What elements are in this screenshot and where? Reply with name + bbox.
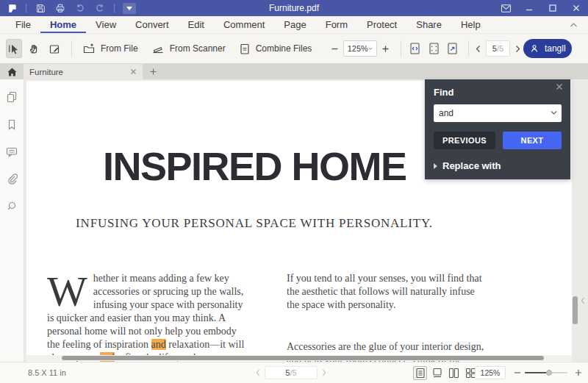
next-page-button[interactable] [513, 40, 523, 57]
bookmarks-panel-button[interactable] [4, 117, 19, 132]
comments-panel-button[interactable] [4, 144, 19, 159]
collapse-ribbon-icon[interactable] [570, 16, 578, 33]
menubar: File Home View Convert Edit Comment Page… [0, 16, 588, 34]
home-tab-button[interactable] [0, 64, 24, 79]
fit-page-button[interactable] [426, 39, 442, 58]
scanner-icon [151, 43, 165, 54]
paperclip-icon [6, 173, 18, 185]
zoom-slider-fill [525, 372, 548, 373]
hand-tool-button[interactable] [26, 39, 43, 58]
combine-files-button[interactable]: Combine Files [239, 43, 312, 55]
menu-share[interactable]: Share [406, 16, 451, 33]
close-window-icon[interactable] [570, 2, 582, 14]
window-controls [500, 2, 582, 14]
statusbar-zoom-value[interactable]: 125% [475, 366, 506, 379]
bookmark-icon [6, 118, 18, 131]
from-scanner-label: From Scanner [170, 43, 226, 54]
vertical-scrollbar-thumb[interactable] [573, 296, 578, 324]
thumbnails-panel-button[interactable] [4, 90, 19, 104]
menu-view[interactable]: View [86, 16, 126, 33]
from-scanner-button[interactable]: From Scanner [151, 43, 226, 54]
paragraph-text: relaxation—it will [166, 339, 245, 350]
from-file-button[interactable]: From File [82, 43, 138, 54]
fit-page-icon [428, 42, 440, 55]
actual-size-button[interactable] [445, 39, 461, 58]
right-panel-collapse-handle[interactable] [579, 294, 587, 307]
from-file-label: From File [101, 43, 138, 54]
zoom-slider-handle[interactable] [546, 370, 552, 376]
mail-icon[interactable] [500, 2, 512, 14]
page-thumbnails-icon [5, 90, 18, 104]
menu-convert[interactable]: Convert [126, 16, 179, 33]
chevron-left-icon[interactable] [256, 369, 260, 376]
two-page-view-button[interactable] [447, 366, 461, 380]
page-dimensions-label: 8.5 X 11 in [28, 368, 66, 377]
page-number-input[interactable]: 5/5 [486, 40, 511, 57]
menu-file[interactable]: File [6, 16, 40, 33]
find-history-chevron-icon[interactable] [551, 110, 557, 115]
chevron-left-icon [581, 297, 585, 304]
menu-comment[interactable]: Comment [214, 16, 274, 33]
previous-match-button[interactable]: PREVIOUS [434, 132, 495, 149]
expand-triangle-icon [434, 163, 437, 169]
minimize-icon[interactable] [523, 2, 535, 14]
left-text-column: Whether it means adding a few key access… [47, 272, 284, 362]
horizontal-scrollbar-thumb[interactable] [62, 356, 544, 360]
single-page-view-button[interactable] [413, 366, 427, 380]
account-button[interactable]: tangll [523, 39, 572, 58]
pdf-editor-window: Furniture.pdf File Home View Convert Edi… [0, 0, 588, 383]
replace-with-expander[interactable]: Replace with [434, 160, 562, 171]
next-match-button[interactable]: NEXT [503, 132, 562, 149]
find-input[interactable] [434, 104, 562, 122]
titlebar-divider [114, 4, 115, 12]
save-icon[interactable] [35, 2, 46, 14]
document-tab-title: Furniture [29, 68, 126, 76]
search-panel-button[interactable] [4, 198, 19, 213]
paragraph-text: If you tend to all your senses, you will… [287, 273, 482, 310]
main-area: INSPIRED HOME INFUSING YOUR PERSONAL SPA… [0, 79, 588, 362]
redo-icon[interactable] [94, 2, 106, 14]
close-find-icon[interactable] [556, 83, 564, 92]
print-icon[interactable] [54, 2, 66, 14]
horizontal-scrollbar[interactable] [26, 355, 572, 361]
vertical-scrollbar[interactable] [573, 79, 578, 354]
zoom-out-button[interactable] [329, 40, 339, 57]
zoom-slider[interactable] [525, 372, 567, 373]
chevron-right-icon[interactable] [322, 369, 326, 376]
select-tool-button[interactable] [6, 39, 22, 58]
plus-icon [149, 68, 157, 76]
document-tab[interactable]: Furniture [24, 64, 143, 79]
zoom-in-button[interactable] [381, 40, 390, 57]
left-panel-sidebar [0, 79, 24, 362]
menu-home[interactable]: Home [40, 16, 86, 33]
edit-tool-button[interactable] [47, 39, 63, 58]
statusbar: 8.5 X 11 in 5/5 125% [0, 362, 588, 383]
find-buttons-row: PREVIOUS NEXT [434, 132, 562, 149]
menu-page[interactable]: Page [274, 16, 315, 33]
menu-form[interactable]: Form [316, 16, 357, 33]
document-body: Whether it means adding a few key access… [47, 272, 529, 362]
previous-page-button[interactable] [473, 40, 482, 57]
menu-edit[interactable]: Edit [179, 16, 214, 33]
statusbar-zoom-out-button[interactable] [512, 366, 523, 379]
statusbar-page-input[interactable]: 5/5 [265, 366, 318, 379]
close-tab-icon[interactable] [130, 68, 137, 75]
chevron-left-icon [476, 45, 481, 53]
statusbar-zoom-label: 125% [481, 368, 501, 377]
new-tab-button[interactable] [143, 64, 163, 79]
continuous-view-button[interactable] [430, 366, 444, 380]
fit-width-button[interactable] [407, 39, 423, 58]
total-pages: /5 [497, 44, 503, 53]
maximize-icon[interactable] [547, 2, 559, 14]
customize-toolbar-dropdown-icon[interactable] [123, 3, 136, 14]
combine-document-icon [239, 43, 251, 55]
statusbar-zoom-in-button[interactable] [573, 366, 584, 379]
hand-icon [28, 43, 40, 55]
document-subtitle: INFUSING YOUR PERSONAL SPACE WITH PERSON… [26, 216, 482, 231]
attachments-panel-button[interactable] [4, 171, 19, 186]
menu-help[interactable]: Help [451, 16, 490, 33]
zoom-level-select[interactable]: 125% [343, 40, 377, 57]
menu-protect[interactable]: Protect [357, 16, 406, 33]
undo-icon[interactable] [74, 2, 86, 14]
chevron-right-icon [515, 45, 520, 53]
